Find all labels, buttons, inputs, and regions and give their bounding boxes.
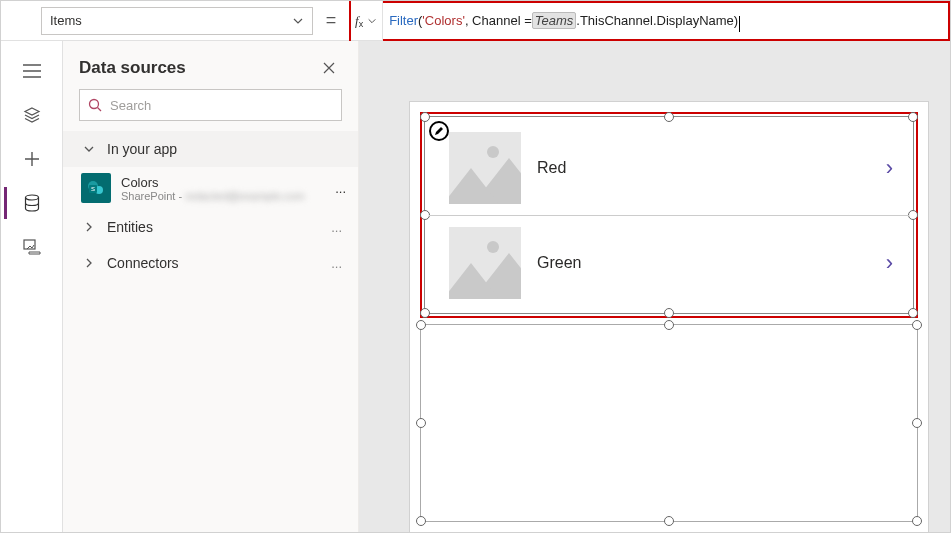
chevron-right-icon <box>83 221 95 233</box>
property-dropdown[interactable]: Items <box>41 7 313 35</box>
selection-outline: Red › Green › <box>424 116 914 314</box>
gallery-item[interactable]: Red › <box>429 121 909 215</box>
search-placeholder: Search <box>110 98 151 113</box>
gallery-item-title: Green <box>537 254 886 272</box>
panel-title: Data sources <box>79 58 186 78</box>
image-placeholder-icon <box>449 227 521 299</box>
overflow-button[interactable]: ... <box>327 220 346 235</box>
selection-outline <box>420 324 918 522</box>
resize-handle[interactable] <box>664 320 674 330</box>
svg-text:S: S <box>91 186 95 192</box>
layers-icon <box>23 106 41 124</box>
left-rail <box>1 41 63 532</box>
resize-handle[interactable] <box>416 516 426 526</box>
resize-handle[interactable] <box>908 112 918 122</box>
resize-handle[interactable] <box>912 418 922 428</box>
section-entities[interactable]: Entities ... <box>63 209 358 245</box>
resize-handle[interactable] <box>908 308 918 318</box>
text-caret <box>739 16 740 32</box>
gallery-item-title: Red <box>537 159 886 177</box>
data-sources-panel: Data sources Search In your app S Colors… <box>63 41 359 532</box>
resize-handle[interactable] <box>912 320 922 330</box>
close-button[interactable] <box>316 57 342 79</box>
fx-sub: x <box>359 19 364 29</box>
rail-tree[interactable] <box>4 93 60 137</box>
property-name: Items <box>50 13 82 28</box>
chevron-down-icon <box>83 143 95 155</box>
resize-handle[interactable] <box>420 308 430 318</box>
gallery-control[interactable]: Red › Green › <box>429 121 909 309</box>
chevron-down-icon <box>367 16 377 26</box>
gallery-item[interactable]: Green › <box>429 215 909 309</box>
gallery-highlight: Red › Green › <box>420 112 918 318</box>
rail-media[interactable] <box>4 225 60 269</box>
search-icon <box>88 98 102 112</box>
database-icon <box>24 194 40 212</box>
lower-selection <box>420 324 918 522</box>
equals-sign: = <box>313 10 349 31</box>
datasource-item-colors[interactable]: S Colors SharePoint - redacted@example.c… <box>63 167 358 209</box>
section-connectors[interactable]: Connectors ... <box>63 245 358 281</box>
tok-func: Filter <box>389 13 418 28</box>
resize-handle[interactable] <box>416 320 426 330</box>
svg-point-0 <box>25 195 38 200</box>
resize-handle[interactable] <box>416 418 426 428</box>
svg-point-2 <box>90 100 99 109</box>
fx-label[interactable]: fx <box>349 1 383 41</box>
image-placeholder-icon <box>449 132 521 204</box>
chevron-down-icon <box>292 15 304 27</box>
resize-handle[interactable] <box>664 516 674 526</box>
media-icon <box>23 239 41 255</box>
rail-data[interactable] <box>4 181 60 225</box>
canvas-area: Red › Green › <box>359 41 950 532</box>
plus-icon <box>24 151 40 167</box>
formula-input[interactable]: Filter('Colors', Channel = Teams.ThisCha… <box>383 1 950 41</box>
rail-hamburger[interactable] <box>4 49 60 93</box>
hamburger-icon <box>23 64 41 78</box>
close-icon <box>322 61 336 75</box>
svg-rect-1 <box>24 240 35 249</box>
datasource-title: Colors <box>121 175 335 190</box>
overflow-button[interactable]: ... <box>335 181 346 196</box>
sharepoint-icon: S <box>81 173 111 203</box>
datasource-subtitle: SharePoint - redacted@example.com <box>121 190 335 202</box>
chevron-right-icon[interactable]: › <box>886 155 893 181</box>
search-input[interactable]: Search <box>79 89 342 121</box>
overflow-button[interactable]: ... <box>327 256 346 271</box>
rail-insert[interactable] <box>4 137 60 181</box>
resize-handle[interactable] <box>908 210 918 220</box>
chevron-right-icon[interactable]: › <box>886 250 893 276</box>
section-in-your-app[interactable]: In your app <box>63 131 358 167</box>
formula-bar: Items = fx Filter('Colors', Channel = Te… <box>1 1 950 41</box>
screen-canvas[interactable]: Red › Green › <box>409 101 929 533</box>
chevron-right-icon <box>83 257 95 269</box>
resize-handle[interactable] <box>664 308 674 318</box>
resize-handle[interactable] <box>912 516 922 526</box>
